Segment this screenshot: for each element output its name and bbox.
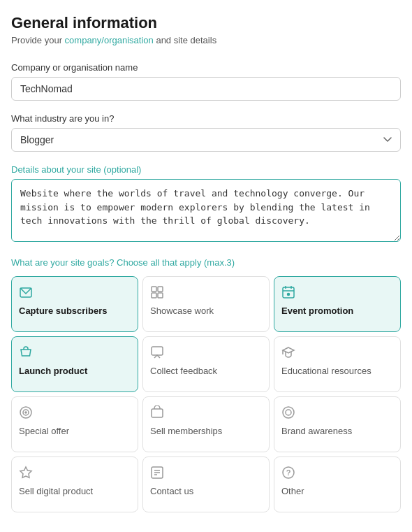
educational-resources-icon — [281, 345, 295, 361]
goal-label-contact-us: Contact us — [150, 486, 193, 498]
goal-label-capture-subscribers: Capture subscribers — [19, 305, 107, 317]
goal-item-showcase-work[interactable]: Showcase work — [142, 276, 270, 332]
goal-label-sell-memberships: Sell memberships — [150, 426, 222, 438]
svg-rect-5 — [283, 287, 294, 298]
goal-item-other[interactable]: ?Other — [274, 456, 401, 512]
industry-label: What industry are you in? — [11, 113, 401, 124]
launch-product-icon — [19, 345, 33, 361]
page-subtitle: Provide your company/organisation and si… — [11, 35, 401, 45]
svg-rect-14 — [152, 409, 163, 417]
svg-rect-3 — [152, 293, 156, 298]
capture-subscribers-icon — [19, 285, 33, 301]
goal-item-brand-awareness[interactable]: Brand awareness — [274, 396, 401, 452]
svg-point-13 — [25, 412, 27, 413]
goals-description: What are your site goals? Choose all tha… — [11, 257, 401, 268]
svg-point-9 — [288, 294, 290, 296]
goal-item-collect-feedback[interactable]: Collect feedback — [142, 336, 270, 392]
goal-label-event-promotion: Event promotion — [281, 305, 353, 317]
goal-label-showcase-work: Showcase work — [150, 305, 214, 317]
goal-label-collect-feedback: Collect feedback — [150, 366, 217, 378]
goal-label-educational-resources: Educational resources — [281, 366, 371, 378]
details-textarea[interactable]: Website where the worlds of travel and t… — [11, 179, 401, 242]
goal-label-brand-awareness: Brand awareness — [281, 426, 352, 438]
svg-rect-4 — [158, 293, 163, 298]
goals-grid: Capture subscribersShowcase workEvent pr… — [11, 276, 401, 512]
sell-digital-product-icon — [19, 466, 33, 482]
company-input[interactable] — [11, 77, 401, 101]
goal-label-other: Other — [281, 486, 304, 498]
goal-item-event-promotion[interactable]: Event promotion — [274, 276, 401, 332]
goal-item-capture-subscribers[interactable]: Capture subscribers — [11, 276, 138, 332]
showcase-work-icon — [150, 285, 164, 301]
goal-item-special-offer[interactable]: Special offer — [11, 396, 138, 452]
goal-item-sell-memberships[interactable]: Sell memberships — [142, 396, 270, 452]
collect-feedback-icon — [150, 345, 164, 361]
page-title: General information — [11, 14, 401, 32]
other-icon: ? — [281, 466, 295, 482]
subtitle-link[interactable]: company/organisation — [65, 35, 154, 45]
goal-item-educational-resources[interactable]: Educational resources — [274, 336, 401, 392]
svg-rect-1 — [152, 287, 156, 292]
goal-label-sell-digital-product: Sell digital product — [19, 486, 93, 498]
contact-us-icon — [150, 466, 164, 482]
svg-point-15 — [283, 407, 294, 418]
goal-label-special-offer: Special offer — [19, 426, 69, 438]
svg-rect-2 — [158, 287, 163, 292]
company-label: Company or organisation name — [11, 62, 401, 73]
sell-memberships-icon — [150, 405, 164, 422]
special-offer-icon — [19, 405, 33, 422]
goal-item-launch-product[interactable]: Launch product — [11, 336, 138, 392]
event-promotion-icon — [281, 285, 295, 301]
goal-item-sell-digital-product[interactable]: Sell digital product — [11, 456, 138, 512]
brand-awareness-icon — [281, 405, 295, 422]
goal-item-contact-us[interactable]: Contact us — [142, 456, 270, 512]
svg-text:?: ? — [286, 468, 291, 477]
svg-point-16 — [286, 410, 291, 415]
details-label: Details about your site (optional) — [11, 164, 401, 175]
svg-rect-10 — [152, 347, 163, 355]
industry-select[interactable]: Blogger — [11, 128, 401, 152]
goal-label-launch-product: Launch product — [19, 366, 87, 378]
